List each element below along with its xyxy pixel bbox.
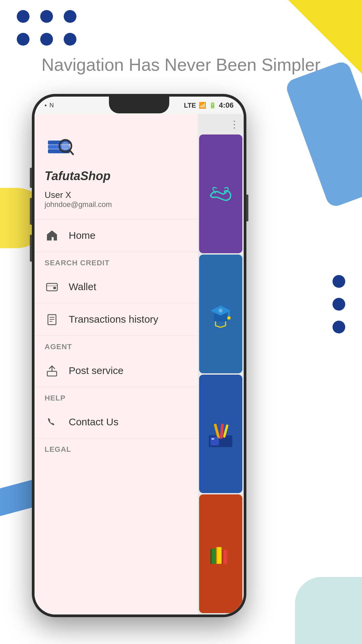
mute-button: [30, 168, 32, 188]
home-icon: [45, 228, 59, 243]
section-agent: AGENT: [35, 336, 198, 355]
contact-label: Contact Us: [69, 416, 118, 428]
drawer-header: TafutaShop User X johndoe@gmail.com: [35, 124, 198, 219]
bg-teal-shape: [295, 577, 362, 644]
section-help: HELP: [35, 387, 198, 406]
post-service-icon: [45, 363, 59, 378]
nav-item-transactions[interactable]: Transactions history: [35, 303, 198, 336]
more-options-icon[interactable]: ⋮: [230, 119, 239, 130]
post-service-label: Post service: [69, 365, 123, 376]
grid-card-4[interactable]: [199, 494, 242, 613]
grid-card-2[interactable]: [199, 255, 242, 373]
transactions-icon: [45, 312, 59, 327]
app-logo: [45, 131, 78, 164]
nav-item-wallet[interactable]: Wallet: [35, 271, 198, 303]
svg-point-4: [61, 142, 69, 150]
svg-rect-7: [47, 285, 57, 286]
app-name: TafutaShop: [45, 169, 188, 183]
phone-mockup: ▪ N LTE 📶 🔋 4:06: [32, 94, 246, 617]
svg-point-14: [204, 178, 237, 210]
lte-label: LTE: [184, 102, 196, 109]
content-panel: ⋮: [198, 114, 244, 614]
nav-item-contact[interactable]: Contact Us: [35, 406, 198, 438]
user-name: User X: [45, 190, 188, 200]
transactions-label: Transactions history: [69, 314, 158, 325]
volume-up-button: [30, 198, 32, 225]
bg-dots-decoration: [17, 10, 77, 46]
clock: 4:06: [219, 101, 234, 110]
svg-rect-30: [216, 547, 217, 564]
home-label: Home: [69, 230, 96, 241]
books-icon: [204, 537, 237, 571]
content-header: ⋮: [199, 115, 242, 133]
svg-rect-8: [53, 287, 56, 289]
section-legal: LEGAL: [35, 438, 198, 457]
handshake-icon: [204, 177, 237, 211]
graduation-icon: [204, 297, 237, 331]
page-headline: Navigation Has Never Been Simpler: [0, 54, 362, 76]
svg-rect-29: [210, 549, 212, 564]
svg-line-5: [69, 150, 73, 154]
status-left-icons: ▪ N: [45, 102, 54, 109]
grid-card-3[interactable]: [199, 375, 242, 493]
volume-down-button: [30, 235, 32, 262]
grid-card-1[interactable]: [199, 135, 242, 253]
svg-rect-25: [212, 438, 214, 440]
svg-rect-13: [47, 371, 57, 376]
contact-icon: [45, 415, 59, 429]
section-search-credit: SEARCH CREDIT: [35, 252, 198, 271]
bg-dots-right: [333, 275, 345, 333]
wallet-icon: [45, 279, 59, 294]
drawer-overlay: TafutaShop User X johndoe@gmail.com Home: [35, 114, 244, 614]
wallet-label: Wallet: [69, 281, 96, 292]
power-button: [246, 195, 248, 221]
nav-item-home[interactable]: Home: [35, 219, 198, 252]
svg-rect-31: [222, 550, 223, 564]
nfc-icon: N: [49, 102, 54, 109]
nav-item-post-service[interactable]: Post service: [35, 355, 198, 387]
user-email: johndoe@gmail.com: [45, 200, 188, 209]
tools-icon: [204, 417, 237, 450]
sim-icon: ▪: [45, 102, 47, 109]
battery-icon: 🔋: [209, 102, 216, 109]
bg-blue-shape-right: [284, 60, 362, 209]
signal-icon: 📶: [199, 102, 206, 109]
svg-point-17: [219, 309, 223, 313]
svg-point-19: [227, 316, 231, 320]
nav-drawer[interactable]: TafutaShop User X johndoe@gmail.com Home: [35, 114, 198, 614]
phone-notch: [109, 97, 169, 113]
grid-cards: [199, 135, 242, 613]
status-right-info: LTE 📶 🔋 4:06: [184, 101, 234, 110]
